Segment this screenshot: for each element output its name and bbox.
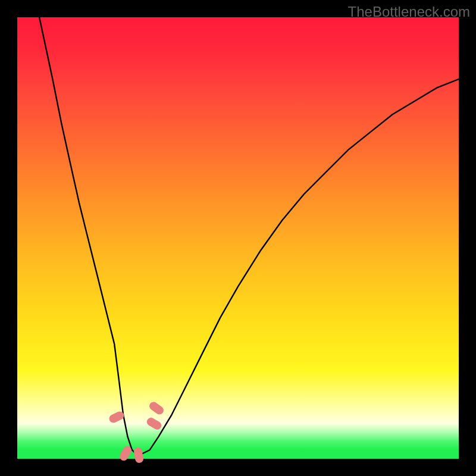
chart-plot-area	[17, 17, 459, 459]
watermark-text: TheBottleneck.com	[348, 4, 470, 20]
bottleneck-curve	[17, 17, 459, 459]
